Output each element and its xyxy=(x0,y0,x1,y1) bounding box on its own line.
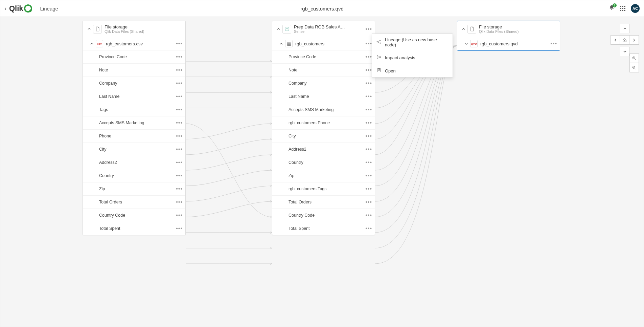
field-label: Total Spent xyxy=(289,226,365,231)
more-button[interactable]: ••• xyxy=(365,54,372,60)
collapse-toggle[interactable] xyxy=(274,27,282,31)
more-button[interactable]: ••• xyxy=(176,107,183,113)
lineage-icon xyxy=(376,39,382,45)
apps-menu-button[interactable] xyxy=(620,6,625,11)
more-button[interactable]: ••• xyxy=(365,199,372,205)
more-button[interactable]: ••• xyxy=(365,225,372,232)
ctx-label: Impact analysis xyxy=(385,55,415,60)
more-button[interactable]: ••• xyxy=(176,225,183,232)
field-row: Note••• xyxy=(272,64,375,77)
field-row: Country Code••• xyxy=(272,209,375,222)
more-button[interactable]: ••• xyxy=(176,54,183,60)
collapse-toggle[interactable] xyxy=(85,27,93,31)
more-button[interactable]: ••• xyxy=(176,159,183,166)
field-label: Country xyxy=(99,173,176,178)
more-button[interactable]: ••• xyxy=(365,212,372,218)
expand-toggle[interactable] xyxy=(462,42,470,46)
field-label: Note xyxy=(289,68,365,72)
more-button[interactable]: ••• xyxy=(365,41,372,47)
zoom-out-button[interactable] xyxy=(629,63,639,72)
avatar[interactable]: AC xyxy=(631,4,640,13)
collapse-toggle[interactable] xyxy=(277,42,285,46)
more-button[interactable]: ••• xyxy=(365,93,372,100)
file-name: rgb_customers.csv xyxy=(106,41,176,46)
zoom-in-button[interactable] xyxy=(629,53,639,63)
qlik-logo[interactable]: Qlik xyxy=(9,4,32,13)
more-button[interactable]: ••• xyxy=(365,26,372,32)
field-row: Accepts SMS Marketing••• xyxy=(83,116,185,130)
field-row: Province Code••• xyxy=(272,50,375,64)
table-icon xyxy=(285,40,293,47)
nav-down-button[interactable] xyxy=(620,47,629,56)
field-row: Address2••• xyxy=(272,143,375,156)
zoom-tools xyxy=(629,53,639,72)
field-row: City••• xyxy=(272,130,375,143)
ctx-label: Lineage (Use as new base node) xyxy=(385,37,448,47)
field-label: Address2 xyxy=(99,160,176,165)
field-label: Country Code xyxy=(99,213,176,218)
ctx-lineage[interactable]: Lineage (Use as new base node) xyxy=(372,34,453,51)
more-button[interactable]: ••• xyxy=(365,67,372,73)
ctx-open[interactable]: Open xyxy=(372,64,453,77)
field-row: Last Name••• xyxy=(272,90,375,103)
more-button[interactable]: ••• xyxy=(365,159,372,166)
svg-point-4 xyxy=(380,43,381,44)
field-row: Country Code••• xyxy=(83,209,185,222)
more-button[interactable]: ••• xyxy=(176,199,183,205)
field-label: City xyxy=(289,134,365,138)
more-button[interactable]: ••• xyxy=(176,67,183,73)
more-button[interactable]: ••• xyxy=(176,80,183,86)
nav-tools xyxy=(611,24,639,56)
impact-icon xyxy=(376,54,382,61)
field-row: City••• xyxy=(83,143,185,156)
nav-left-button[interactable] xyxy=(611,35,620,45)
more-button[interactable]: ••• xyxy=(176,186,183,192)
nav-right-button[interactable] xyxy=(629,35,639,45)
ctx-impact[interactable]: Impact analysis xyxy=(372,51,453,64)
more-button[interactable]: ••• xyxy=(365,146,372,152)
collapse-toggle[interactable] xyxy=(88,42,96,46)
lineage-canvas[interactable]: File storage Qlik Data Files (Shared) cs… xyxy=(0,17,644,327)
more-button[interactable]: ••• xyxy=(176,93,183,100)
nav-home-button[interactable] xyxy=(620,35,629,45)
context-menu: Lineage (Use as new base node) Impact an… xyxy=(372,34,453,78)
node-prep-data: Prep Data RGB Sales A… Sense ••• rgb_cus… xyxy=(272,21,375,235)
qlik-logo-icon xyxy=(24,4,32,13)
field-label: rgb_customers.Phone xyxy=(289,121,365,125)
more-button[interactable]: ••• xyxy=(365,186,372,192)
more-button[interactable]: ••• xyxy=(176,133,183,139)
ctx-label: Open xyxy=(385,68,396,73)
node-title: Prep Data RGB Sales A… xyxy=(294,24,365,29)
more-button[interactable]: ••• xyxy=(365,80,372,86)
field-label: Zip xyxy=(289,173,365,178)
notifications-button[interactable]: 1 xyxy=(609,5,615,12)
field-row: Phone••• xyxy=(83,130,185,143)
field-label: Country Code xyxy=(289,213,365,218)
more-button[interactable]: ••• xyxy=(176,41,183,47)
field-row: rgb_customers.Tags••• xyxy=(272,182,375,196)
more-button[interactable]: ••• xyxy=(176,120,183,126)
nav-up-button[interactable] xyxy=(620,24,629,33)
file-name: rgb_customers.qvd xyxy=(480,41,550,46)
field-label: Province Code xyxy=(289,54,365,59)
field-row: Total Orders••• xyxy=(83,196,185,209)
field-row: Total Orders••• xyxy=(272,196,375,209)
more-button[interactable]: ••• xyxy=(176,146,183,152)
field-label: Country xyxy=(289,160,365,165)
more-button[interactable]: ••• xyxy=(365,133,372,139)
chart-icon xyxy=(282,25,291,34)
node-subtitle: Qlik Data Files (Shared) xyxy=(105,29,183,34)
more-button[interactable]: ••• xyxy=(550,41,557,47)
collapse-toggle[interactable] xyxy=(459,27,467,31)
more-button[interactable]: ••• xyxy=(365,173,372,179)
more-button[interactable]: ••• xyxy=(365,120,372,126)
field-label: Accepts SMS Marketing xyxy=(289,107,365,112)
field-label: Tags xyxy=(99,107,176,112)
back-button[interactable]: ‹ xyxy=(4,5,6,12)
more-button[interactable]: ••• xyxy=(176,173,183,179)
more-button[interactable]: ••• xyxy=(176,212,183,218)
svg-point-2 xyxy=(377,41,378,42)
more-button[interactable]: ••• xyxy=(365,107,372,113)
csv-icon: csv xyxy=(96,40,103,47)
open-icon xyxy=(376,68,382,74)
